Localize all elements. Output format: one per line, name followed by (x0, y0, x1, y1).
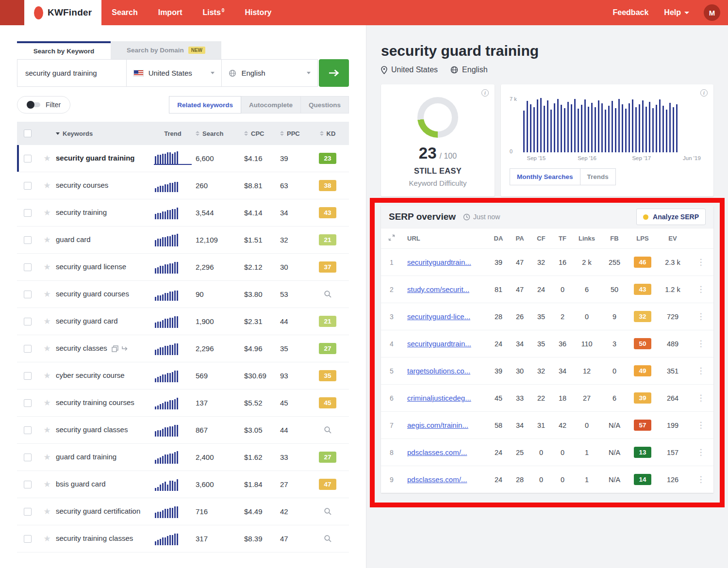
tab-questions[interactable]: Questions (301, 96, 349, 114)
favorite-star-icon[interactable]: ★ (38, 425, 56, 435)
serp-url-link[interactable]: pdsclasses.com/... (402, 448, 488, 456)
row-menu-icon[interactable]: ⋮ (689, 447, 713, 457)
row-menu-icon[interactable]: ⋮ (689, 339, 713, 349)
favorite-star-icon[interactable]: ★ (38, 316, 56, 326)
keyword-label[interactable]: guard card training (56, 453, 154, 462)
user-avatar[interactable]: M (704, 4, 720, 21)
keyword-input[interactable]: security guard training (17, 59, 126, 87)
keyword-label[interactable]: security guard courses (56, 290, 154, 299)
kd-badge[interactable]: 47 (319, 479, 336, 490)
app-logo[interactable]: KWFinder (24, 0, 101, 25)
serp-url-link[interactable]: securityguardtrain... (402, 258, 488, 266)
keyword-label[interactable]: security guard certification (56, 507, 154, 516)
nav-item-search[interactable]: Search (101, 0, 148, 25)
serp-url-link[interactable]: study.com/securit... (402, 285, 488, 293)
serp-row[interactable]: 2study.com/securit...8147240650431.2 k⋮ (381, 276, 713, 303)
kd-badge[interactable]: 45 (319, 397, 336, 408)
keyword-label[interactable]: cyber security course (56, 371, 154, 380)
lps-badge[interactable]: 49 (634, 365, 651, 376)
favorite-star-icon[interactable]: ★ (38, 235, 56, 245)
row-checkbox[interactable] (24, 426, 32, 434)
serp-url-link[interactable]: aegis.com/trainin... (402, 421, 488, 429)
row-menu-icon[interactable]: ⋮ (689, 366, 713, 376)
table-row[interactable]: ★security training courses137$5.524545 (17, 389, 349, 417)
serp-row[interactable]: 5targetsolutions.co...3930323412049351⋮ (381, 357, 713, 384)
serp-row[interactable]: 6criminaljusticedeg...4533221827639264⋮ (381, 384, 713, 411)
row-menu-icon[interactable]: ⋮ (689, 257, 713, 267)
favorite-star-icon[interactable]: ★ (38, 180, 56, 191)
table-row[interactable]: ★security guard courses90$3.8053 (17, 281, 349, 308)
analyze-serp-button[interactable]: Analyze SERP (636, 209, 706, 225)
filter-toggle[interactable]: Filter (17, 96, 70, 114)
serp-row[interactable]: 4securityguardtrain...24343536110350489⋮ (381, 330, 713, 357)
keyword-label[interactable]: security training classes (56, 534, 154, 543)
inspect-keyword-icon[interactable] (324, 507, 332, 516)
favorite-star-icon[interactable]: ★ (38, 506, 56, 517)
row-checkbox[interactable] (24, 481, 32, 488)
favorite-star-icon[interactable]: ★ (38, 343, 56, 354)
serp-url-link[interactable]: securityguardtrain... (402, 340, 488, 348)
hamburger-menu-icon[interactable] (0, 0, 24, 25)
nav-item-import[interactable]: Import (148, 0, 193, 25)
serp-row[interactable]: 3securityguard-lice...28263520932729⋮ (381, 303, 713, 330)
inspect-keyword-icon[interactable] (324, 426, 332, 434)
favorite-star-icon[interactable]: ★ (38, 534, 56, 544)
favorite-star-icon[interactable]: ★ (38, 153, 56, 163)
lps-badge[interactable]: 46 (634, 257, 651, 268)
table-row[interactable]: ★security training classes317$8.3947 (17, 525, 349, 552)
copy-icon[interactable] (112, 345, 118, 352)
keyword-label[interactable]: security guard classes (56, 425, 154, 435)
tab-autocomplete[interactable]: Autocomplete (241, 96, 301, 114)
serp-row[interactable]: 8pdsclasses.com/...2425001N/A13157⋮ (381, 438, 713, 466)
row-checkbox[interactable] (24, 508, 32, 516)
row-menu-icon[interactable]: ⋮ (689, 393, 713, 403)
row-menu-icon[interactable]: ⋮ (689, 474, 713, 485)
kd-badge[interactable]: 35 (319, 370, 336, 381)
table-row[interactable]: ★security guard license2,296$2.123037 (17, 254, 349, 281)
keyword-label[interactable]: security courses (56, 181, 154, 190)
kd-badge[interactable]: 43 (319, 207, 336, 218)
table-row[interactable]: ★security guard certification716$4.4942 (17, 498, 349, 525)
table-row[interactable]: ★security guard classes867$3.0544 (17, 417, 349, 444)
table-row[interactable]: ★security courses260$8.816338 (17, 172, 349, 199)
table-row[interactable]: ★security classes2,296$4.963527 (17, 335, 349, 362)
country-select[interactable]: United States (126, 59, 222, 87)
keyword-label[interactable]: security training (56, 208, 154, 217)
favorite-star-icon[interactable]: ★ (38, 371, 56, 381)
kd-badge[interactable]: 27 (319, 343, 336, 354)
row-menu-icon[interactable]: ⋮ (689, 284, 713, 294)
row-checkbox[interactable] (24, 372, 32, 380)
open-in-new-icon[interactable] (122, 346, 129, 352)
serp-row[interactable]: 7aegis.com/trainin...583431420N/A57199⋮ (381, 411, 713, 438)
row-checkbox[interactable] (24, 399, 32, 407)
col-cpc[interactable]: CPC (238, 130, 275, 137)
favorite-star-icon[interactable]: ★ (38, 398, 56, 408)
col-search[interactable]: Search (192, 130, 238, 137)
nav-item-history[interactable]: History (234, 0, 281, 25)
table-row[interactable]: ★bsis guard card3,600$1.842747 (17, 471, 349, 498)
keyword-label[interactable]: security training courses (56, 398, 154, 407)
col-ppc[interactable]: PPC (275, 130, 306, 137)
favorite-star-icon[interactable]: ★ (38, 479, 56, 489)
serp-row[interactable]: 1securityguardtrain...394732162 k255462.… (381, 248, 713, 276)
lps-badge[interactable]: 43 (634, 284, 651, 295)
col-kd[interactable]: KD (306, 130, 349, 137)
row-checkbox[interactable] (24, 155, 32, 162)
info-icon[interactable]: i (481, 89, 489, 97)
lps-badge[interactable]: 13 (634, 447, 651, 458)
row-checkbox[interactable] (24, 182, 32, 190)
col-keywords[interactable]: Keywords (56, 130, 154, 137)
row-checkbox[interactable] (24, 209, 32, 217)
kd-badge[interactable]: 21 (319, 234, 336, 245)
feedback-link[interactable]: Feedback (605, 8, 657, 17)
row-menu-icon[interactable]: ⋮ (689, 311, 713, 322)
keyword-label[interactable]: security classes (56, 344, 154, 353)
keyword-label[interactable]: security guard card (56, 317, 154, 326)
inspect-keyword-icon[interactable] (324, 290, 332, 298)
kd-badge[interactable]: 38 (319, 180, 336, 191)
table-row[interactable]: ★guard card12,109$1.513221 (17, 227, 349, 254)
keyword-label[interactable]: security guard license (56, 262, 154, 272)
lps-badge[interactable]: 32 (634, 311, 651, 322)
kd-badge[interactable]: 21 (319, 316, 336, 327)
expand-icon[interactable] (388, 234, 395, 241)
